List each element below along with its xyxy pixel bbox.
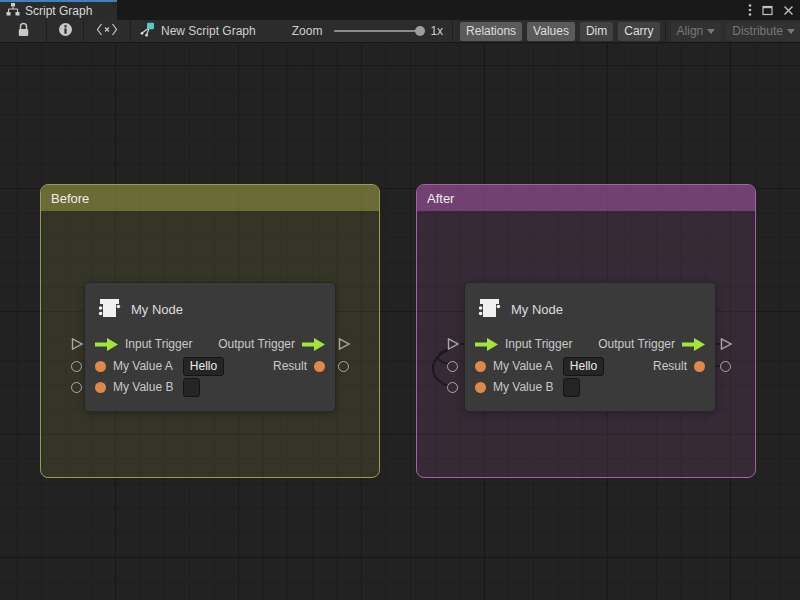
script-graph-node-icon [139, 22, 155, 41]
graph-hierarchy-icon [6, 3, 20, 19]
node-header: My Node [465, 283, 715, 324]
tab-title: Script Graph [25, 4, 92, 18]
toolbar-separator [665, 20, 666, 43]
external-value-in-port[interactable] [71, 361, 82, 372]
zoom-control: Zoom 1x [292, 24, 443, 38]
relations-button[interactable]: Relations [460, 22, 522, 41]
my-value-b-label: My Value B [493, 380, 553, 394]
chevron-down-icon [787, 29, 795, 34]
node-my-node-after[interactable]: My Node Input Trigger My Value A Hello M… [465, 283, 715, 411]
input-trigger-label: Input Trigger [125, 337, 192, 351]
lock-button[interactable] [0, 20, 46, 43]
code-icon [96, 23, 118, 39]
port-row-my-value-b: My Value B [475, 376, 580, 398]
my-value-b-label: My Value B [113, 380, 173, 394]
chevron-down-icon [707, 29, 715, 34]
distribute-button: Distribute [726, 22, 800, 41]
toolbar: New Script Graph Zoom 1x Relations Value… [0, 20, 800, 43]
value-out-icon[interactable] [694, 361, 705, 372]
my-value-b-field[interactable] [183, 378, 200, 397]
port-row-my-value-a: My Value A Hello [95, 355, 224, 377]
port-row-output-trigger: Output Trigger [598, 333, 705, 355]
output-trigger-label: Output Trigger [598, 337, 675, 351]
port-row-output-trigger: Output Trigger [218, 333, 325, 355]
menu-dots-icon[interactable] [748, 3, 752, 17]
port-row-result: Result [653, 355, 705, 377]
group-after-header[interactable]: After [417, 185, 755, 211]
lock-icon [17, 22, 30, 40]
group-before-header[interactable]: Before [41, 185, 379, 211]
external-value-out-port[interactable] [720, 361, 731, 372]
zoom-slider[interactable] [334, 30, 420, 32]
node-header: My Node [85, 283, 335, 324]
align-label: Align [677, 24, 704, 38]
titlebar: Script Graph [0, 0, 800, 20]
external-trigger-out-port[interactable] [337, 337, 351, 351]
new-script-graph-button[interactable]: New Script Graph [139, 22, 256, 41]
external-trigger-in-port[interactable] [446, 337, 460, 351]
tab-script-graph[interactable]: Script Graph [0, 0, 117, 20]
my-value-a-field[interactable]: Hello [563, 357, 604, 376]
trigger-out-icon[interactable] [682, 338, 705, 351]
group-before-title: Before [51, 191, 89, 206]
value-in-icon[interactable] [475, 361, 486, 372]
value-in-icon[interactable] [95, 382, 106, 393]
value-out-icon[interactable] [314, 361, 325, 372]
code-button[interactable] [84, 20, 130, 43]
result-label: Result [273, 359, 307, 373]
zoom-label: Zoom [292, 24, 323, 38]
trigger-in-icon[interactable] [95, 338, 118, 351]
toolbar-buttons: Relations Values Dim Carry Align Distrib… [460, 20, 800, 43]
zoom-value: 1x [430, 24, 443, 38]
group-after-title: After [427, 191, 454, 206]
node-title: My Node [131, 302, 183, 317]
unit-node-icon [476, 295, 502, 324]
align-button: Align [671, 22, 722, 41]
graph-canvas[interactable]: Before After My Node [0, 43, 800, 600]
trigger-out-icon[interactable] [302, 338, 325, 351]
close-icon[interactable] [783, 5, 794, 16]
carry-label: Carry [624, 24, 653, 38]
unit-node-icon [96, 295, 122, 324]
external-value-in-port[interactable] [71, 382, 82, 393]
port-row-my-value-b: My Value B [95, 376, 200, 398]
external-value-out-port[interactable] [338, 361, 349, 372]
external-value-in-port[interactable] [447, 382, 458, 393]
dim-label: Dim [586, 24, 607, 38]
values-label: Values [533, 24, 569, 38]
external-trigger-out-port[interactable] [719, 337, 733, 351]
window-controls [748, 0, 794, 20]
zoom-slider-thumb[interactable] [415, 26, 425, 36]
my-value-b-field[interactable] [563, 378, 580, 397]
distribute-label: Distribute [732, 24, 783, 38]
toolbar-separator [452, 20, 453, 43]
info-icon [58, 22, 73, 40]
new-script-graph-label: New Script Graph [161, 24, 256, 38]
toolbar-separator [130, 20, 131, 43]
my-value-a-label: My Value A [493, 359, 553, 373]
value-in-icon[interactable] [95, 361, 106, 372]
maximize-icon[interactable] [762, 5, 773, 16]
carry-button[interactable]: Carry [618, 22, 659, 41]
dim-button[interactable]: Dim [580, 22, 613, 41]
node-title: My Node [511, 302, 563, 317]
my-value-a-field[interactable]: Hello [183, 357, 224, 376]
port-row-result: Result [273, 355, 325, 377]
port-row-input-trigger: Input Trigger [475, 333, 572, 355]
relations-label: Relations [466, 24, 516, 38]
node-my-node-before[interactable]: My Node Input Trigger My Value A Hello M… [85, 283, 335, 411]
result-label: Result [653, 359, 687, 373]
my-value-a-label: My Value A [113, 359, 173, 373]
info-button[interactable] [47, 20, 83, 43]
port-row-my-value-a: My Value A Hello [475, 355, 604, 377]
external-value-in-port[interactable] [447, 361, 458, 372]
port-row-input-trigger: Input Trigger [95, 333, 192, 355]
output-trigger-label: Output Trigger [218, 337, 295, 351]
trigger-in-icon[interactable] [475, 338, 498, 351]
values-button[interactable]: Values [527, 22, 575, 41]
external-trigger-in-port[interactable] [70, 337, 84, 351]
value-in-icon[interactable] [475, 382, 486, 393]
input-trigger-label: Input Trigger [505, 337, 572, 351]
